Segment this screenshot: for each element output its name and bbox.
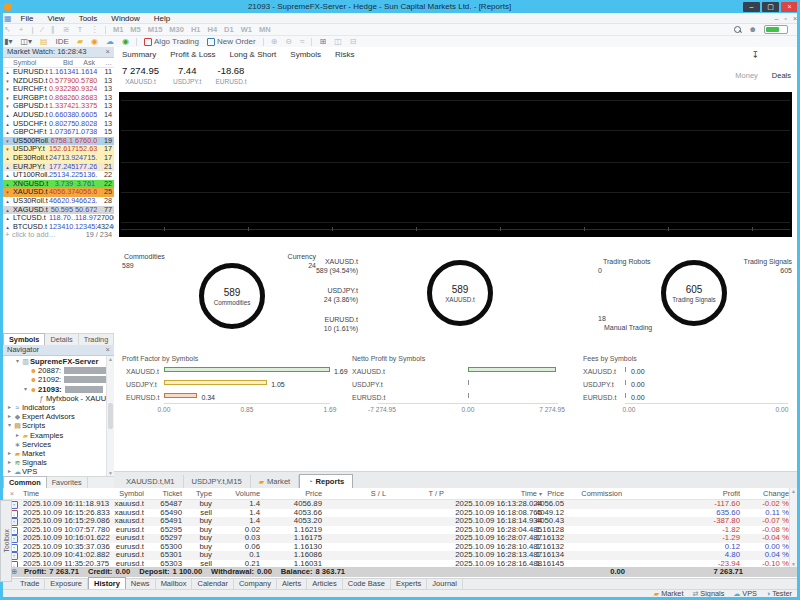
vps-status[interactable]: ☁VPS xyxy=(733,589,757,598)
market-watch-row[interactable]: ▾XAUUSD.t4056.374056.6225 xyxy=(3,188,114,197)
navigator-item-21092[interactable]: ☻21092: xyxy=(3,375,114,384)
menu-item-help[interactable]: Help xyxy=(147,14,177,23)
market-watch-row[interactable]: ▴LTCUSD.t118.70…118.97…27000 xyxy=(3,214,114,223)
expander-icon[interactable]: ▾ xyxy=(6,421,13,430)
community-icon[interactable]: ◉ xyxy=(118,37,133,46)
menu-item-view[interactable]: View xyxy=(40,14,71,23)
history-col-t-p[interactable]: T / P xyxy=(389,488,447,500)
market-watch-row[interactable]: ▴XNGUSD.t3.7393.76122 xyxy=(3,180,114,189)
algo-trading-button[interactable]: Algo Trading xyxy=(140,37,203,46)
zoom-in-icon[interactable]: ⊕ xyxy=(267,37,282,46)
navigator-item-supremefx-server[interactable]: ▾▥SupremeFX-Server xyxy=(3,357,114,366)
maximize-button[interactable]: ▢ xyxy=(762,2,779,12)
market-watch-row[interactable]: ▴XAGUSD.t50.59550.67277 xyxy=(3,206,114,215)
child-restore-button[interactable]: ▫ xyxy=(781,15,789,22)
cloud-icon[interactable]: ☁ xyxy=(102,37,118,46)
objects-dropdown[interactable]: ⋮ xyxy=(86,25,102,34)
history-col-s-l[interactable]: S / L xyxy=(325,488,389,500)
docs-icon[interactable]: ▤ xyxy=(36,37,52,46)
view-link-money[interactable]: Money xyxy=(735,71,758,80)
market-status[interactable]: ▰Market xyxy=(654,589,684,598)
market-watch-row[interactable]: ▴GBPCHF.t1.073671.0738215 xyxy=(3,128,114,137)
toolbox-tab-history[interactable]: History xyxy=(88,577,126,589)
navigator-tab-common[interactable]: Common xyxy=(3,476,47,488)
history-scrollbar[interactable]: ▲ ▼ xyxy=(789,488,797,567)
market-watch-tab-details[interactable]: Details xyxy=(45,334,78,345)
tile-windows-icon[interactable]: ⊞ xyxy=(315,37,330,46)
toolbox-tab-alerts[interactable]: Alerts xyxy=(277,578,307,589)
col-ask[interactable]: Ask xyxy=(75,59,97,66)
scrollbar-thumb[interactable] xyxy=(108,403,113,429)
menu-item-window[interactable]: Window xyxy=(104,14,146,23)
market-watch-row[interactable]: ▾EURGBP.t0.868260.8683913 xyxy=(3,94,114,103)
chart-tab-xauusd-t-m1[interactable]: XAUUSD.t,M1 xyxy=(118,475,184,488)
view-link-deals[interactable]: Deals xyxy=(772,71,791,80)
market-watch-row[interactable]: ▴UT100Roll.t25134.225136.422 xyxy=(3,171,114,180)
toolbox-tab-calendar[interactable]: Calendar xyxy=(192,578,233,589)
navigator-tab-favorites[interactable]: Favorites xyxy=(47,477,88,488)
channel-tool[interactable]: ∥ xyxy=(47,25,59,34)
expander-icon[interactable]: ▸ xyxy=(14,431,21,440)
timeframe-m15[interactable]: M15 xyxy=(144,25,166,34)
navigator-item-market[interactable]: ▸▰Market xyxy=(3,449,114,458)
market-watch-tab-symbols[interactable]: Symbols xyxy=(3,333,45,345)
autoscroll-icon[interactable]: ≈ xyxy=(296,37,308,46)
ide-button[interactable]: IDE xyxy=(52,37,73,46)
folder-icon[interactable]: ▰ xyxy=(73,37,87,46)
toolbox-tab-trade[interactable]: Trade xyxy=(15,578,45,589)
toolbox-tab-experts[interactable]: Experts xyxy=(391,578,427,589)
chart-tab-market[interactable]: ▰Market xyxy=(251,475,300,488)
reports-tab-long-short[interactable]: Long & Short xyxy=(223,50,284,59)
arrange-windows-icon[interactable]: ⊟ xyxy=(346,37,361,46)
history-col-commission[interactable]: Commission xyxy=(567,488,625,500)
navigator-scrollbar[interactable]: ▲ ▼ xyxy=(106,356,114,476)
balance-chart[interactable] xyxy=(119,92,792,237)
reports-tab-profit-loss[interactable]: Profit & Loss xyxy=(163,50,222,59)
market-watch-tab-trading[interactable]: Trading xyxy=(79,334,114,345)
timeframe-d1[interactable]: D1 xyxy=(221,25,238,34)
new-order-button[interactable]: New Order xyxy=(203,37,260,46)
tester-status[interactable]: ◑Tester xyxy=(766,589,792,598)
scroll-up-icon[interactable]: ▲ xyxy=(791,488,796,494)
navigator-item-21093[interactable]: ▾☻21093: xyxy=(3,385,114,394)
close-icon[interactable]: × xyxy=(106,345,110,355)
timeframe-mn[interactable]: MN xyxy=(255,25,274,34)
toolbox-tab-news[interactable]: News xyxy=(126,578,156,589)
market-watch-row[interactable]: ▴AUDUSD.t0.660380.6605214 xyxy=(3,111,114,120)
chart-style-dropdown[interactable]: ▮▾ xyxy=(0,37,16,46)
vertical-line-tool[interactable]: | xyxy=(27,25,37,34)
navigator-item-indicators[interactable]: ▸≈Indicators xyxy=(3,403,114,412)
fibonacci-tool[interactable]: ≋ xyxy=(59,25,74,34)
chart-tab-reports[interactable]: ◔Reports xyxy=(299,474,353,488)
timeframe-m5[interactable]: M5 xyxy=(127,25,144,34)
toolbox-tab-code-base[interactable]: Code Base xyxy=(343,578,391,589)
timeframe-w1[interactable]: W1 xyxy=(237,25,255,34)
metaquotes-icon[interactable]: ◉ xyxy=(87,37,102,46)
timeframe-h4[interactable]: H4 xyxy=(204,25,221,34)
navigator-item-examples[interactable]: ▸▰Examples xyxy=(3,431,114,440)
reports-tab-summary[interactable]: Summary xyxy=(115,50,163,59)
market-watch-add-row[interactable]: + click to add… 19 / 234 xyxy=(3,231,114,240)
timeframe-m1[interactable]: M1 xyxy=(109,25,126,34)
close-button[interactable]: × xyxy=(781,2,798,12)
market-watch-row[interactable]: ▴US30Roll.t46620.946623.728 xyxy=(3,197,114,206)
timeframe-h1[interactable]: H1 xyxy=(187,25,204,34)
toolbox-close-icon[interactable]: × xyxy=(3,488,21,500)
timeframe-m30[interactable]: M30 xyxy=(166,25,188,34)
toolbox-tab-mailbox[interactable]: Mailbox xyxy=(156,578,193,589)
trendline-tool[interactable]: ⁄ xyxy=(37,25,46,34)
market-watch-row[interactable]: ▴USDCHF.t0.802750.8028813 xyxy=(3,120,114,129)
text-tool[interactable]: T xyxy=(74,25,87,34)
toolbox-tab-articles[interactable]: Articles xyxy=(307,578,343,589)
market-watch-row[interactable]: ▾USDJPY.t152.617152.63417 xyxy=(3,145,114,154)
toolbox-tab-journal[interactable]: Journal xyxy=(427,578,463,589)
navigator-item-20887[interactable]: ☻20887: xyxy=(3,366,114,375)
connection-status-meter[interactable] xyxy=(764,25,788,34)
scroll-down-icon[interactable]: ▼ xyxy=(791,561,796,567)
reports-tab-symbols[interactable]: Symbols xyxy=(283,50,328,59)
child-close-button[interactable]: × xyxy=(790,15,800,22)
toolbox-tab-company[interactable]: Company xyxy=(234,578,277,589)
signals-status[interactable]: ⇄Signals xyxy=(692,589,724,598)
navigator-item-myfxbook-xauusd-t-m[interactable]: ƒMyfxbook - XAUUSD.t,M xyxy=(3,394,114,403)
expander-icon[interactable]: ▾ xyxy=(14,357,21,366)
